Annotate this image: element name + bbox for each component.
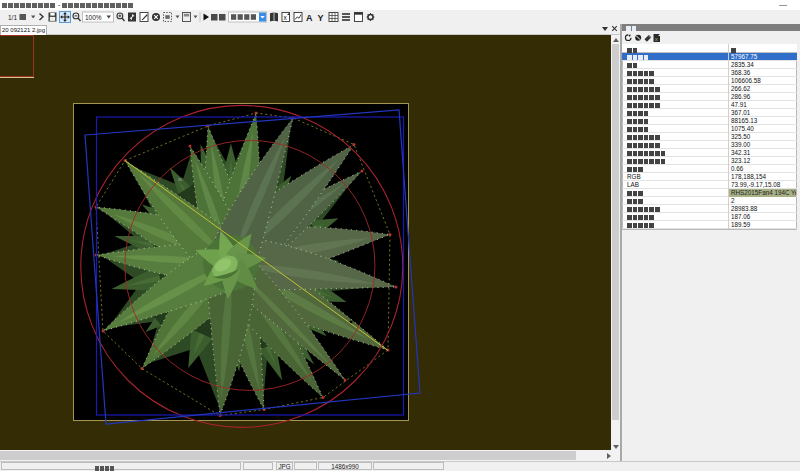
svg-text:si:: si:	[178, 176, 184, 182]
svg-text:A: A	[306, 13, 313, 23]
svg-text:Y: Y	[318, 13, 324, 23]
svg-text:x: x	[655, 36, 658, 42]
